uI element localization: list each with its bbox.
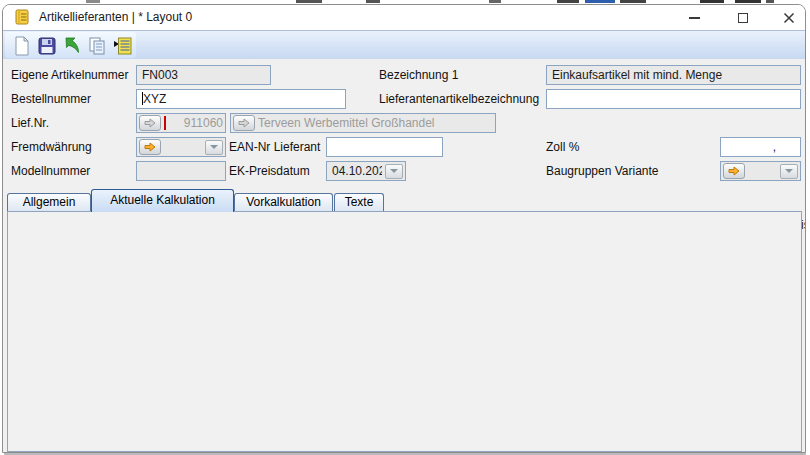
new-button[interactable] bbox=[11, 35, 33, 56]
artikellieferanten-window: Artikellieferanten | * Layout 0 bbox=[2, 4, 806, 453]
gray-right-arrow-icon bbox=[238, 118, 250, 128]
fremdwaehrung-label: Fremdwährung bbox=[11, 140, 92, 154]
tab-allgemein[interactable]: Allgemein bbox=[7, 193, 91, 211]
window-title: Artikellieferanten | * Layout 0 bbox=[39, 10, 192, 24]
eigene-artikelnummer-field: FN003 bbox=[136, 65, 271, 85]
down-chevron-icon bbox=[390, 169, 398, 173]
baugruppen-variante-combo[interactable] bbox=[720, 161, 801, 181]
lief-nr-field: 911060 bbox=[136, 113, 226, 133]
lookup-button[interactable] bbox=[139, 139, 161, 155]
background-text-fragment bbox=[620, 0, 646, 3]
eigene-artikelnummer-label: Eigene Artikelnummer bbox=[11, 68, 128, 82]
layout-list-icon bbox=[113, 37, 132, 55]
zoll-label: Zoll % bbox=[546, 140, 579, 154]
toolbar bbox=[3, 30, 805, 59]
maximize-icon bbox=[738, 13, 748, 23]
background-text-fragment bbox=[489, 0, 501, 3]
background-text-fragment bbox=[86, 0, 100, 3]
save-icon bbox=[38, 37, 56, 55]
gray-right-arrow-icon bbox=[144, 118, 156, 128]
close-icon bbox=[783, 12, 795, 24]
layout-list-button[interactable] bbox=[111, 35, 133, 56]
new-document-icon bbox=[13, 36, 31, 56]
background-text-fragment bbox=[366, 0, 380, 3]
tab-vorkalkulation[interactable]: Vorkalkulation bbox=[234, 193, 333, 211]
modellnummer-field bbox=[136, 161, 226, 181]
down-chevron-icon bbox=[785, 169, 793, 173]
dropdown-button[interactable] bbox=[385, 164, 403, 179]
lookup-button[interactable] bbox=[723, 163, 745, 179]
bezeichnung-1-field: Einkaufsartikel mit mind. Menge bbox=[546, 65, 801, 85]
bezeichnung-1-label: Bezeichnung 1 bbox=[379, 68, 458, 82]
lieferantenartikelbezeichnung-field[interactable] bbox=[546, 89, 801, 109]
ean-nr-label: EAN-Nr Lieferant bbox=[229, 140, 320, 154]
modellnummer-label: Modellnummer bbox=[11, 164, 90, 178]
background-text-fragment bbox=[735, 0, 761, 3]
lieferant-name-value: Terveen Werbemittel Großhandel bbox=[258, 114, 493, 132]
copy-icon bbox=[88, 37, 106, 55]
ek-preisdatum-label: EK-Preisdatum bbox=[229, 164, 310, 178]
ek-preisdatum-value: 04.10.2022 bbox=[329, 162, 382, 180]
copy-button[interactable] bbox=[86, 35, 108, 56]
ek-preisdatum-combo[interactable]: 04.10.2022 bbox=[326, 161, 406, 181]
background-text-fragment bbox=[296, 0, 322, 3]
ean-nr-field[interactable] bbox=[326, 137, 443, 157]
lieferant-name-field: Terveen Werbemittel Großhandel bbox=[230, 113, 496, 133]
orange-right-arrow-icon bbox=[144, 142, 156, 152]
bestellnummer-label: Bestellnummer bbox=[11, 92, 91, 106]
lookup-button-disabled bbox=[139, 115, 161, 131]
lief-nr-value: 911060 bbox=[169, 114, 223, 132]
screen: Artikellieferanten | * Layout 0 bbox=[0, 0, 810, 455]
close-button[interactable] bbox=[773, 5, 805, 30]
undo-green-arrow-icon bbox=[63, 36, 82, 55]
lieferantenartikelbezeichnung-label: Lieferantenartikelbezeichnung bbox=[379, 92, 539, 106]
app-icon bbox=[14, 9, 30, 25]
tab-aktuelle-kalkulation[interactable]: Aktuelle Kalkulation bbox=[91, 189, 234, 212]
tab-page-aktuelle-kalkulation bbox=[7, 211, 802, 452]
mandatory-marker bbox=[164, 116, 166, 130]
background-text-fragment bbox=[585, 0, 615, 3]
lief-nr-label: Lief.Nr. bbox=[11, 116, 49, 130]
minimize-icon bbox=[689, 17, 700, 19]
save-button[interactable] bbox=[36, 35, 58, 56]
orange-right-arrow-icon bbox=[728, 166, 740, 176]
background-text-fragment bbox=[700, 0, 724, 3]
dropdown-button[interactable] bbox=[205, 140, 223, 155]
maximize-button[interactable] bbox=[727, 5, 759, 30]
fremdwaehrung-combo[interactable] bbox=[136, 137, 226, 157]
tab-texte[interactable]: Texte bbox=[334, 193, 384, 211]
baugruppen-variante-label: Baugruppen Variante bbox=[546, 164, 659, 178]
lookup-button-disabled bbox=[233, 115, 255, 131]
down-chevron-icon bbox=[210, 145, 218, 149]
dropdown-button[interactable] bbox=[780, 164, 798, 179]
zoll-field[interactable]: , bbox=[720, 137, 801, 157]
bestellnummer-field[interactable]: XYZ bbox=[136, 89, 346, 109]
background-text-fragment bbox=[557, 0, 579, 3]
minimize-button[interactable] bbox=[678, 5, 710, 30]
background-text-fragment bbox=[766, 0, 774, 3]
titlebar[interactable]: Artikellieferanten | * Layout 0 bbox=[3, 5, 805, 30]
undo-button[interactable] bbox=[61, 35, 83, 56]
